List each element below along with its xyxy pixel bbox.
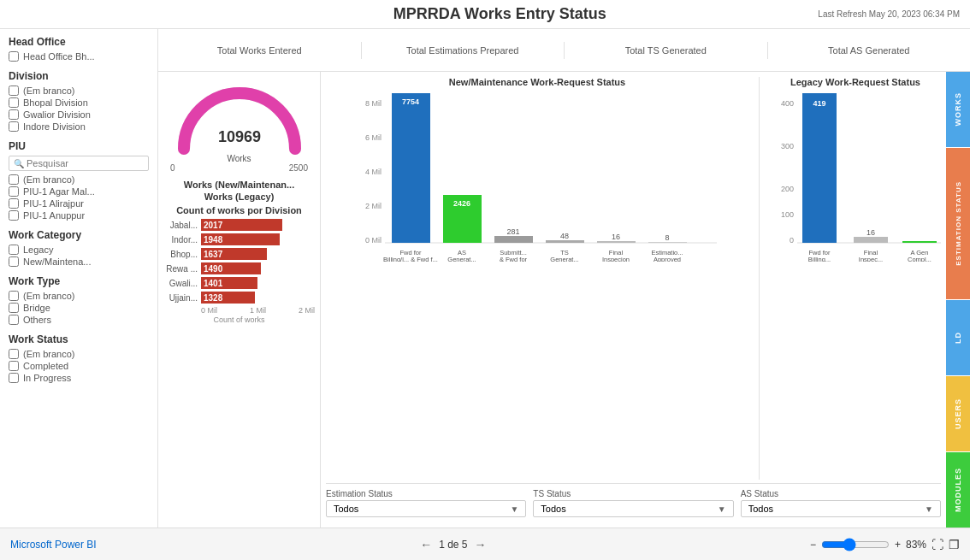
division-bar-row: Indor... 1948 — [163, 233, 315, 245]
sidebar-item-division-2[interactable]: Gwalior Division — [9, 109, 149, 120]
piu-search-box[interactable]: 🔍 — [9, 156, 149, 171]
division-bar-row: Ujjain... 1328 — [163, 292, 315, 304]
sidebar: Head Office Head Office Bh... Division (… — [0, 29, 158, 528]
svg-text:16: 16 — [612, 233, 620, 241]
sidebar-item-others[interactable]: Others — [9, 315, 149, 325]
vtab-estimation-status[interactable]: ESTIMATION STATUS — [946, 148, 970, 299]
sidebar-item-completed[interactable]: Completed — [9, 361, 149, 371]
sidebar-item-division-0[interactable]: (Em branco) — [9, 85, 149, 96]
vtab-users[interactable]: USERS — [946, 376, 970, 452]
division-x-axis: 0 Mil 1 Mil 2 Mil — [163, 306, 315, 315]
estimation-dropdown-arrow: ▼ — [510, 504, 518, 514]
division-bar-chart: Count of works por Division Jabal... 201… — [163, 205, 315, 522]
sidebar-item-work-type-0[interactable]: (Em branco) — [9, 291, 149, 301]
gauge-max: 2500 — [289, 163, 308, 173]
division-bar: 1948 — [201, 233, 280, 245]
works-legacy-label: Works (Legacy) — [163, 192, 315, 202]
sidebar-item-in-progress[interactable]: In Progress — [9, 373, 149, 383]
svg-text:0: 0 — [790, 236, 794, 245]
zoom-in-icon[interactable]: + — [895, 539, 901, 551]
svg-text:6 Mil: 6 Mil — [365, 133, 381, 142]
top-bar: MPRRDA Works Entry Status Last Refresh M… — [0, 0, 970, 29]
division-bar: 2017 — [201, 219, 282, 231]
next-page-button[interactable]: → — [475, 538, 487, 551]
svg-text:281: 281 — [506, 227, 519, 236]
svg-text:400: 400 — [781, 99, 794, 108]
estimation-status-label: Estimation Status — [326, 489, 526, 498]
svg-text:10969: 10969 — [217, 128, 260, 145]
as-status-dropdown[interactable]: Todos ▼ — [741, 500, 941, 517]
charts-area: 10969 Works 0 2500 Works (New/Maintenan.… — [158, 72, 970, 528]
division-bar-label: Indor... — [163, 235, 198, 245]
svg-text:8: 8 — [665, 233, 669, 242]
ts-status-value: Todos — [541, 504, 565, 514]
gauge-container: 10969 Works 0 2500 — [163, 77, 315, 176]
division-bar-value: 1637 — [204, 250, 222, 259]
sidebar-item-division-1[interactable]: Bhopal Division — [9, 97, 149, 108]
division-bar-label: Ujjain... — [163, 293, 198, 303]
sidebar-work-category-title: Work Category — [9, 229, 149, 241]
search-icon: 🔍 — [14, 159, 24, 168]
svg-text:48: 48 — [560, 232, 569, 240]
sidebar-item-piu-2[interactable]: PIU-1 Alirajpur — [9, 198, 149, 209]
sidebar-section-work-type: Work Type (Em branco) Bridge Others — [9, 275, 149, 325]
svg-text:Inspec...: Inspec... — [859, 256, 883, 262]
vtab-users-label: USERS — [954, 398, 962, 429]
vtab-modules[interactable]: MODULES — [946, 452, 970, 528]
checkbox-head-office[interactable] — [9, 51, 19, 62]
svg-text:Generat...: Generat... — [550, 256, 578, 262]
metric-total-ts: Total TS Generated — [565, 42, 768, 59]
sidebar-item-division-3[interactable]: Indore Division — [9, 121, 149, 132]
division-axis-label: Count of works — [163, 315, 315, 324]
division-bar-label: Bhop... — [163, 250, 198, 259]
division-bar-row: Bhop... 1637 — [163, 248, 315, 260]
svg-text:Generat...: Generat... — [447, 256, 476, 262]
svg-text:Billing...: Billing... — [808, 256, 831, 262]
division-bar-label: Jabal... — [163, 221, 198, 230]
as-status-label: AS Status — [741, 489, 941, 498]
sidebar-item-piu-3[interactable]: PIU-1 Anuppur — [9, 210, 149, 221]
svg-text:8 Mil: 8 Mil — [365, 99, 381, 108]
svg-text:4 Mil: 4 Mil — [365, 168, 381, 176]
estimation-status-filter: Estimation Status Todos ▼ — [326, 489, 526, 517]
svg-text:300: 300 — [781, 142, 794, 150]
svg-text:Approved: Approved — [654, 256, 681, 262]
chart-divider — [759, 77, 760, 480]
right-panel: New/Maintenance Work-Request Status 8 Mi… — [321, 72, 946, 528]
sidebar-item-bridge[interactable]: Bridge — [9, 303, 149, 313]
sidebar-piu-title: PIU — [9, 140, 149, 152]
legacy-chart-svg: 400 300 200 100 0 419 — [770, 91, 941, 262]
division-bar-label: Rewa ... — [163, 264, 198, 274]
bar-7754 — [392, 93, 430, 243]
page-title: MPRRDA Works Entry Status — [181, 5, 818, 23]
division-bar-label: Gwali... — [163, 279, 198, 288]
svg-text:2426: 2426 — [453, 199, 470, 208]
ts-status-dropdown[interactable]: Todos ▼ — [533, 500, 733, 517]
fullscreen-icon[interactable]: ❐ — [949, 538, 960, 551]
vtab-ld[interactable]: LD — [946, 300, 970, 376]
fit-page-icon[interactable]: ⛶ — [932, 538, 943, 551]
ts-status-filter: TS Status Todos ▼ — [533, 489, 733, 517]
sidebar-item-new-maintenance[interactable]: New/Maintena... — [9, 256, 149, 267]
zoom-slider[interactable] — [821, 538, 890, 551]
total-as-label: Total AS Generated — [772, 45, 967, 56]
svg-text:200: 200 — [781, 185, 794, 193]
prev-page-button[interactable]: ← — [420, 538, 432, 551]
zoom-out-icon[interactable]: − — [810, 539, 816, 551]
sidebar-item-piu-0[interactable]: (Em branco) — [9, 174, 149, 185]
sidebar-item-legacy[interactable]: Legacy — [9, 245, 149, 255]
sidebar-item-head-office[interactable]: Head Office Bh... — [9, 51, 149, 62]
estimation-status-dropdown[interactable]: Todos ▼ — [326, 500, 526, 517]
sidebar-item-piu-1[interactable]: PIU-1 Agar Mal... — [9, 186, 149, 197]
piu-search-input[interactable] — [27, 158, 144, 168]
as-status-value: Todos — [748, 504, 773, 514]
division-bar-value: 1401 — [204, 279, 222, 288]
legacy-chart-title: Legacy Work-Request Status — [770, 77, 941, 87]
sidebar-section-piu: PIU 🔍 (Em branco) PIU-1 Agar Mal... PIU-… — [9, 140, 149, 221]
sidebar-item-status-0[interactable]: (Em branco) — [9, 349, 149, 359]
legacy-chart: Legacy Work-Request Status 400 300 200 1… — [770, 77, 941, 480]
division-bar: 1490 — [201, 262, 261, 274]
division-bar-row: Rewa ... 1490 — [163, 262, 315, 274]
vtab-works[interactable]: WORKS — [946, 72, 970, 148]
powerbi-link[interactable]: Microsoft Power BI — [10, 539, 97, 551]
